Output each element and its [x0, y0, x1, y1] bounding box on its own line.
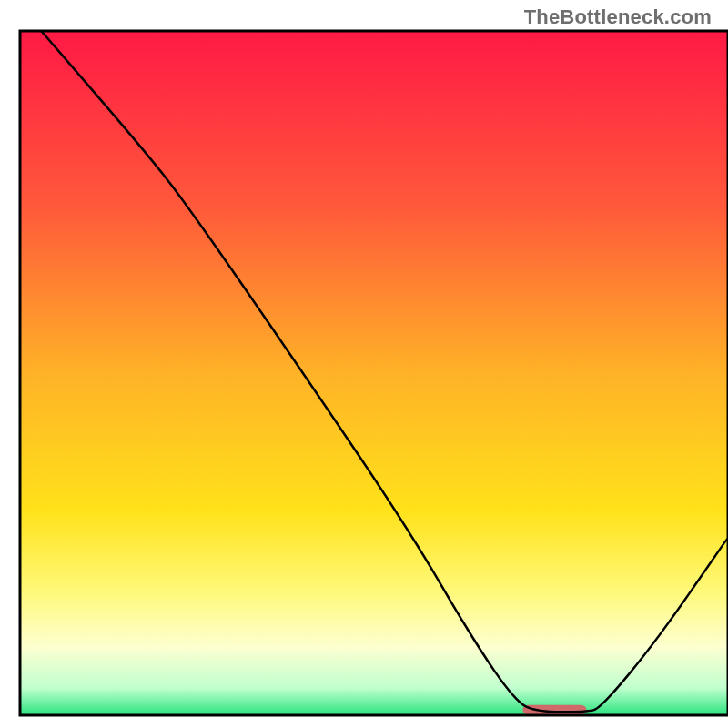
- bottleneck-chart: [0, 0, 728, 728]
- chart-container: TheBottleneck.com: [0, 0, 728, 728]
- watermark-text: TheBottleneck.com: [524, 5, 712, 29]
- plot-area: [20, 31, 728, 715]
- plot-background: [20, 31, 728, 715]
